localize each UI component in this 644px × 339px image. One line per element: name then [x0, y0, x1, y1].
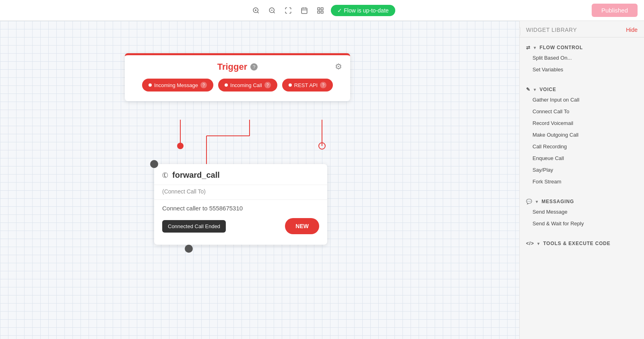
messaging-header[interactable]: 💬 ▼ MESSAGING	[526, 195, 638, 206]
widget-send-wait-reply[interactable]: Send & Wait for Reply	[529, 218, 638, 229]
messaging-icon: 💬	[526, 199, 533, 204]
svg-point-16	[177, 143, 184, 149]
grid-button[interactable]	[313, 3, 328, 18]
rest-api-label: REST API	[294, 82, 318, 88]
forward-call-content: Connect caller to 5558675310	[154, 200, 327, 218]
trigger-header: Trigger ? ⚙	[133, 62, 342, 72]
widget-make-outgoing-call[interactable]: Make Outgoing Call	[529, 129, 638, 141]
trigger-gear-icon[interactable]: ⚙	[335, 62, 342, 71]
voice-items: Gather Input on Call Connect Call To Rec…	[526, 94, 638, 187]
app-container: ✓ Flow is up-to-date Published	[0, 0, 644, 339]
svg-point-22	[319, 143, 325, 149]
voice-header[interactable]: ✎ ▼ VOICE	[526, 83, 638, 94]
forward-call-header: ✆ forward_call	[154, 164, 327, 185]
widget-say-play[interactable]: Say/Play	[529, 164, 638, 176]
connected-call-badge: Connected Call Ended	[162, 220, 226, 233]
trigger-buttons: Incoming Message ? Incoming Call ? REST …	[133, 79, 342, 92]
sidebar: « WIDGET LIBRARY Hide ⇄ ▼ FLOW CONTROL S…	[519, 21, 644, 339]
voice-label: VOICE	[540, 87, 556, 92]
voice-icon: ✎	[526, 87, 530, 92]
incoming-message-label: Incoming Message	[154, 82, 198, 88]
svg-rect-11	[318, 8, 320, 10]
sidebar-collapse-button[interactable]: «	[519, 27, 520, 36]
incoming-message-help: ?	[200, 82, 207, 88]
flow-control-arrow: ▼	[533, 46, 537, 50]
forward-call-node: ✆ forward_call (Connect Call To) Connect…	[154, 164, 327, 245]
calendar-button[interactable]	[297, 3, 312, 18]
svg-line-1	[258, 12, 259, 13]
voice-section: ✎ ▼ VOICE Gather Input on Call Connect C…	[520, 79, 644, 191]
flow-control-header[interactable]: ⇄ ▼ FLOW CONTROL	[526, 42, 638, 52]
sidebar-header: WIDGET LIBRARY Hide	[520, 21, 644, 37]
toolbar: ✓ Flow is up-to-date Published	[0, 0, 644, 21]
tools-label: TOOLS & EXECUTE CODE	[543, 241, 610, 246]
main-area: Trigger ? ⚙ Incoming Message ? Incoming …	[0, 21, 644, 339]
trigger-node: Trigger ? ⚙ Incoming Message ? Incoming …	[125, 53, 350, 101]
forward-call-title: forward_call	[172, 171, 220, 180]
widget-send-message[interactable]: Send Message	[529, 206, 638, 218]
incoming-call-button[interactable]: Incoming Call ?	[218, 79, 277, 92]
voice-arrow: ▼	[533, 87, 537, 92]
tools-header[interactable]: </> ▼ TOOLS & EXECUTE CODE	[526, 237, 638, 248]
widget-fork-stream[interactable]: Fork Stream	[529, 176, 638, 187]
svg-line-5	[274, 12, 275, 13]
sidebar-title: WIDGET LIBRARY	[526, 27, 577, 33]
messaging-section: 💬 ▼ MESSAGING Send Message Send & Wait f…	[520, 191, 644, 233]
flow-control-icon: ⇄	[526, 45, 530, 50]
widget-connect-call[interactable]: Connect Call To	[529, 106, 638, 117]
messaging-label: MESSAGING	[542, 199, 574, 204]
messaging-arrow: ▼	[535, 200, 539, 204]
published-button[interactable]: Published	[592, 4, 638, 17]
rest-api-help: ?	[320, 82, 326, 88]
svg-rect-7	[302, 8, 308, 14]
phone-icon: ✆	[161, 170, 170, 181]
fit-screen-button[interactable]	[281, 3, 295, 18]
dot-icon	[225, 83, 228, 87]
dot-icon	[289, 83, 292, 87]
zoom-out-button[interactable]	[265, 3, 279, 18]
flow-status-text: ✓ Flow is up-to-date	[337, 7, 388, 14]
new-button[interactable]: NEW	[285, 218, 319, 234]
canvas[interactable]: Trigger ? ⚙ Incoming Message ? Incoming …	[0, 21, 519, 339]
flow-status-badge: ✓ Flow is up-to-date	[331, 5, 395, 16]
trigger-help-icon: ?	[250, 63, 258, 71]
widget-call-recording[interactable]: Call Recording	[529, 141, 638, 152]
tools-section: </> ▼ TOOLS & EXECUTE CODE	[520, 233, 644, 252]
incoming-call-label: Incoming Call	[230, 82, 262, 88]
messaging-items: Send Message Send & Wait for Reply	[526, 206, 638, 229]
dot-icon	[149, 83, 152, 87]
zoom-in-button[interactable]	[249, 3, 263, 18]
widget-record-voicemail[interactable]: Record Voicemail	[529, 117, 638, 129]
svg-rect-12	[321, 8, 323, 10]
flow-control-section: ⇄ ▼ FLOW CONTROL Split Based On... Set V…	[520, 37, 644, 79]
forward-call-subtitle: (Connect Call To)	[154, 185, 327, 200]
incoming-message-button[interactable]: Incoming Message ?	[142, 79, 213, 92]
rest-api-button[interactable]: REST API ?	[282, 79, 333, 92]
widget-split-based-on[interactable]: Split Based On...	[529, 52, 638, 64]
forward-call-footer: Connected Call Ended NEW	[154, 218, 327, 241]
trigger-title: Trigger	[217, 62, 248, 72]
tools-icon: </>	[526, 241, 534, 246]
incoming-call-help: ?	[264, 82, 271, 88]
node-input-dot	[150, 160, 158, 168]
widget-gather-input[interactable]: Gather Input on Call	[529, 94, 638, 106]
toolbar-icons	[249, 3, 328, 18]
svg-rect-13	[318, 11, 320, 13]
tools-arrow: ▼	[537, 241, 541, 246]
widget-enqueue-call[interactable]: Enqueue Call	[529, 152, 638, 164]
flow-control-label: FLOW CONTROL	[540, 45, 583, 50]
widget-set-variables[interactable]: Set Variables	[529, 64, 638, 75]
svg-rect-14	[321, 11, 323, 13]
output-dot	[185, 245, 193, 253]
hide-button[interactable]: Hide	[626, 27, 638, 33]
flow-control-items: Split Based On... Set Variables	[526, 52, 638, 75]
